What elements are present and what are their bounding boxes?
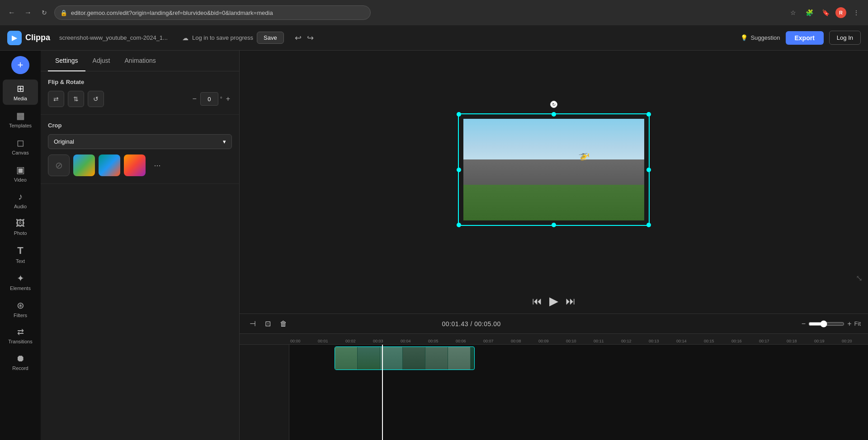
- templates-icon: ▦: [16, 110, 25, 121]
- dropdown-arrow-icon: ▾: [223, 138, 226, 145]
- video-element[interactable]: 🚁 ↻: [463, 119, 644, 220]
- add-media-button[interactable]: +: [11, 56, 29, 74]
- suggestion-button[interactable]: 💡 Suggestion: [741, 34, 780, 41]
- ruler-tick: 00:06: [455, 339, 482, 343]
- undo-button[interactable]: ↩: [293, 31, 303, 45]
- rotate-handle[interactable]: ↻: [550, 101, 557, 108]
- handle-top-middle[interactable]: [552, 112, 556, 117]
- profile-button[interactable]: 🔖: [819, 6, 832, 19]
- zoom-in-button[interactable]: +: [847, 320, 851, 328]
- handle-bottom-middle[interactable]: [552, 223, 556, 227]
- ruler-tick: 00:19: [813, 339, 841, 343]
- handle-top-right[interactable]: [646, 112, 651, 117]
- handle-bottom-left[interactable]: [457, 223, 461, 227]
- sidebar-label-audio: Audio: [14, 204, 27, 209]
- playback-controls: ⏮ ▶ ⏭: [240, 289, 868, 314]
- duplicate-button[interactable]: ⊡: [262, 318, 274, 330]
- rotate-plus-button[interactable]: +: [224, 94, 232, 104]
- sidebar-item-filters[interactable]: ⊛ Filters: [3, 296, 38, 322]
- clip-thumbnail-strip: [335, 347, 471, 370]
- sidebar-item-media[interactable]: ⊞ Media: [3, 80, 38, 105]
- ruler-tick: 00:07: [482, 339, 510, 343]
- flip-horizontal-button[interactable]: ⇄: [48, 91, 64, 107]
- lock-icon: 🔒: [60, 9, 67, 16]
- user-avatar: R: [835, 7, 846, 18]
- timeline-toolbar: ⊣ ⊡ 🗑 00:01.43 / 00:05.00 −: [240, 314, 868, 334]
- video-clip[interactable]: [335, 346, 475, 370]
- track-content[interactable]: [289, 345, 868, 440]
- url-bar[interactable]: 🔒 editor.gemoo.com/edit?origin=landing&r…: [54, 5, 371, 20]
- helicopter-element: 🚁: [578, 149, 591, 161]
- timeline-tracks: [240, 345, 868, 440]
- video-buildings: [463, 159, 644, 185]
- filter-option-3[interactable]: [124, 154, 146, 176]
- text-icon: T: [17, 245, 23, 257]
- delete-button[interactable]: 🗑: [277, 318, 290, 330]
- flip-v-icon: ⇅: [73, 95, 79, 103]
- tab-adjust[interactable]: Adjust: [85, 51, 118, 71]
- back-button[interactable]: ←: [5, 6, 18, 19]
- sidebar-label-record: Record: [12, 365, 28, 371]
- rotate-button[interactable]: ↺: [88, 91, 104, 107]
- handle-middle-left[interactable]: [457, 168, 461, 172]
- timeline-zoom: − + Fit: [802, 320, 861, 328]
- clip-thumb: [358, 347, 380, 370]
- ruler-tick: 00:16: [731, 339, 758, 343]
- rotate-angle-input[interactable]: [200, 92, 218, 106]
- zoom-out-button[interactable]: −: [802, 320, 806, 328]
- transitions-icon: ⇄: [17, 327, 24, 337]
- sidebar-item-audio[interactable]: ♪ Audio: [3, 188, 38, 213]
- menu-button[interactable]: ⋮: [850, 6, 863, 19]
- refresh-button[interactable]: ↻: [38, 6, 51, 19]
- sidebar-item-photo[interactable]: 🖼 Photo: [3, 215, 38, 239]
- logo-icon: ▶: [7, 31, 22, 45]
- handle-top-left[interactable]: [457, 112, 461, 117]
- handle-middle-right[interactable]: [646, 168, 651, 172]
- play-button[interactable]: ▶: [549, 294, 558, 308]
- suggestion-label: Suggestion: [750, 34, 780, 41]
- sidebar-item-transitions[interactable]: ⇄ Transitions: [3, 323, 38, 348]
- export-button[interactable]: Export: [786, 31, 824, 45]
- no-filter-option[interactable]: ⊘: [48, 154, 70, 176]
- redo-button[interactable]: ↪: [305, 31, 316, 45]
- flip-vertical-button[interactable]: ⇅: [68, 91, 84, 107]
- clip-thumb: [403, 347, 425, 370]
- extension-button[interactable]: 🧩: [803, 6, 816, 19]
- sidebar-item-text[interactable]: T Text: [3, 241, 38, 267]
- tab-animations[interactable]: Animations: [118, 51, 163, 71]
- audio-icon: ♪: [18, 192, 23, 202]
- save-button[interactable]: Save: [257, 32, 284, 44]
- next-frame-button[interactable]: ⏭: [566, 295, 576, 307]
- video-content: 🚁: [463, 119, 644, 220]
- sidebar-item-elements[interactable]: ✦ Elements: [3, 269, 38, 295]
- handle-bottom-right[interactable]: [646, 223, 651, 227]
- filter-options: ⊘ ···: [48, 154, 232, 176]
- duplicate-icon: ⊡: [265, 320, 271, 328]
- crop-selected: Original: [54, 138, 74, 145]
- filter-option-2[interactable]: [99, 154, 120, 176]
- zoom-slider[interactable]: [808, 320, 844, 328]
- sidebar-item-templates[interactable]: ▦ Templates: [3, 107, 38, 132]
- filter-more-button[interactable]: ···: [149, 157, 165, 173]
- sidebar-label-filters: Filters: [14, 313, 27, 318]
- save-progress: ☁ Log in to save progress Save: [182, 32, 284, 44]
- filter-option-1[interactable]: [73, 154, 95, 176]
- prev-frame-button[interactable]: ⏮: [532, 295, 542, 307]
- canvas-viewport[interactable]: 🚁 ↻: [240, 51, 868, 289]
- fit-button[interactable]: Fit: [854, 320, 861, 327]
- bookmark-button[interactable]: ☆: [787, 6, 799, 19]
- sidebar-label-media: Media: [14, 96, 27, 101]
- ruler-tick: 00:12: [620, 339, 648, 343]
- sidebar-item-video[interactable]: ▣ Video: [3, 161, 38, 186]
- login-button[interactable]: Log In: [829, 31, 861, 45]
- rotate-minus-button[interactable]: −: [191, 94, 198, 104]
- sidebar-item-record[interactable]: ⏺ Record: [3, 350, 38, 374]
- split-button[interactable]: ⊣: [247, 318, 259, 330]
- sidebar-item-canvas[interactable]: ◻ Canvas: [3, 134, 38, 159]
- tab-settings[interactable]: Settings: [48, 51, 85, 71]
- video-track: [289, 345, 868, 372]
- angle-unit: °: [220, 96, 222, 102]
- crop-dropdown[interactable]: Original ▾: [48, 134, 232, 149]
- undo-redo-group: ↩ ↪: [293, 31, 316, 45]
- forward-button[interactable]: →: [22, 6, 34, 19]
